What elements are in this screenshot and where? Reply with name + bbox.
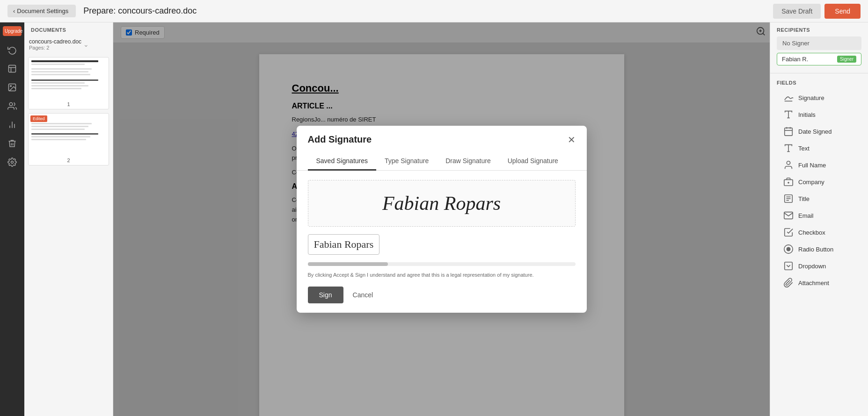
right-panel: RECIPIENTS No Signer Fabian R. Signer FI… bbox=[770, 22, 868, 416]
tab-draw-signature[interactable]: Draw Signature bbox=[437, 152, 499, 171]
modal-close-button[interactable]: ✕ bbox=[568, 135, 576, 144]
svg-point-23 bbox=[787, 161, 790, 165]
document-item[interactable]: concours-cadreo.doc Pages: 2 ⌄ bbox=[24, 36, 113, 53]
sidebar-icon-history[interactable] bbox=[4, 42, 21, 58]
sidebar-icon-chart[interactable] bbox=[4, 116, 21, 133]
modal-body: Fabian Ropars Fabian Ropars By clicking … bbox=[297, 171, 587, 312]
svg-rect-17 bbox=[785, 128, 793, 136]
field-checkbox[interactable]: Checkbox bbox=[777, 224, 861, 241]
fields-title: FIELDS bbox=[777, 80, 861, 86]
documents-header: Documents bbox=[24, 22, 113, 36]
topbar: ‹ Document Settings Prepare: concours-ca… bbox=[0, 0, 868, 22]
field-company[interactable]: Company bbox=[777, 173, 861, 190]
document-area: Required Concou... ARTICLE ... RegionsJo… bbox=[113, 22, 770, 416]
field-radio-button-label: Radio Button bbox=[798, 246, 833, 253]
field-email-label: Email bbox=[798, 212, 814, 219]
topbar-actions: Save Draft Send bbox=[773, 4, 861, 19]
dropdown-icon bbox=[783, 261, 794, 271]
doc-thumbnails: 1 Edited 2 bbox=[24, 53, 113, 173]
page-title: Prepare: concours-cadreo.doc bbox=[83, 6, 773, 16]
sidebar-icon-trash[interactable] bbox=[4, 135, 21, 152]
main-layout: Upgrade Documents bbox=[0, 22, 868, 416]
field-signature-label: Signature bbox=[798, 94, 824, 101]
recipient-fabian[interactable]: Fabian R. Signer bbox=[777, 53, 861, 65]
recipients-title: RECIPIENTS bbox=[777, 27, 861, 33]
field-attachment-label: Attachment bbox=[798, 280, 829, 287]
radio-button-icon bbox=[783, 244, 794, 254]
page1-label: 1 bbox=[67, 101, 70, 107]
doc-pages: Pages: 2 bbox=[29, 45, 81, 50]
divider bbox=[770, 73, 868, 73]
no-signer-button[interactable]: No Signer bbox=[777, 36, 861, 50]
field-company-label: Company bbox=[798, 179, 824, 186]
back-label: Document Settings bbox=[17, 7, 68, 14]
sidebar-icon-images[interactable] bbox=[4, 79, 21, 96]
company-icon bbox=[783, 177, 794, 187]
cancel-button[interactable]: Cancel bbox=[348, 287, 378, 303]
svg-point-9 bbox=[11, 161, 14, 164]
modal-actions: Sign Cancel bbox=[308, 287, 576, 303]
saved-signature-item[interactable]: Fabian Ropars bbox=[308, 234, 380, 255]
doc-thumb-page2[interactable]: Edited 2 bbox=[28, 113, 109, 165]
date-signed-icon bbox=[783, 126, 794, 136]
field-dropdown[interactable]: Dropdown bbox=[777, 258, 861, 274]
modal-overlay: Add Signature ✕ Saved Signatures Type Si… bbox=[113, 22, 770, 416]
checkbox-icon bbox=[783, 227, 794, 237]
page2-label: 2 bbox=[67, 158, 70, 163]
field-initials[interactable]: Initials bbox=[777, 106, 861, 123]
back-button[interactable]: ‹ Document Settings bbox=[7, 5, 76, 17]
sidebar-icon-settings[interactable] bbox=[4, 154, 21, 171]
signature-preview-text: Fabian Ropars bbox=[382, 192, 501, 215]
field-title-label: Title bbox=[798, 195, 810, 202]
field-dropdown-label: Dropdown bbox=[798, 263, 826, 270]
sign-button[interactable]: Sign bbox=[308, 287, 343, 303]
initials-icon bbox=[783, 109, 794, 120]
doc-name: concours-cadreo.doc bbox=[29, 38, 81, 45]
send-button[interactable]: Send bbox=[824, 4, 861, 19]
field-full-name-label: Full Name bbox=[798, 162, 826, 169]
icon-sidebar: Upgrade bbox=[0, 22, 24, 416]
tab-saved-signatures[interactable]: Saved Signatures bbox=[308, 152, 377, 171]
signer-badge: Signer bbox=[837, 56, 856, 63]
svg-rect-0 bbox=[9, 65, 16, 72]
fields-section: FIELDS Signature Initials bbox=[770, 75, 868, 294]
field-title[interactable]: Title bbox=[777, 190, 861, 207]
doc-thumb-page1[interactable]: 1 bbox=[28, 57, 109, 109]
chevron-down-icon: ⌄ bbox=[83, 41, 89, 48]
save-draft-button[interactable]: Save Draft bbox=[773, 4, 821, 19]
field-text-label: Text bbox=[798, 145, 810, 152]
field-signature[interactable]: Signature bbox=[777, 89, 861, 106]
signature-icon bbox=[783, 93, 794, 103]
field-initials-label: Initials bbox=[798, 111, 816, 118]
sidebar-icon-people[interactable] bbox=[4, 98, 21, 115]
svg-point-32 bbox=[787, 247, 790, 251]
title-icon bbox=[783, 194, 794, 204]
signature-preview: Fabian Ropars bbox=[308, 180, 576, 227]
sidebar-icon-templates[interactable] bbox=[4, 60, 21, 77]
recipient-name: Fabian R. bbox=[782, 56, 837, 63]
add-signature-modal: Add Signature ✕ Saved Signatures Type Si… bbox=[297, 126, 587, 312]
legal-text: By clicking Accept & Sign I understand a… bbox=[308, 272, 576, 279]
upgrade-button[interactable]: Upgrade bbox=[3, 26, 22, 36]
saved-sig-text: Fabian Ropars bbox=[314, 238, 374, 250]
modal-header: Add Signature ✕ bbox=[297, 126, 587, 145]
field-radio-button[interactable]: Radio Button bbox=[777, 241, 861, 258]
field-date-signed[interactable]: Date Signed bbox=[777, 123, 861, 140]
text-icon bbox=[783, 143, 794, 153]
modal-tabs: Saved Signatures Type Signature Draw Sig… bbox=[297, 152, 587, 171]
svg-point-5 bbox=[9, 103, 13, 106]
tab-upload-signature[interactable]: Upload Signature bbox=[499, 152, 567, 171]
field-text[interactable]: Text bbox=[777, 140, 861, 157]
field-attachment[interactable]: Attachment bbox=[777, 274, 861, 291]
scrollbar-track[interactable] bbox=[308, 262, 576, 266]
attachment-icon bbox=[783, 278, 794, 288]
svg-point-4 bbox=[10, 86, 11, 87]
field-date-signed-label: Date Signed bbox=[798, 128, 832, 135]
modal-title: Add Signature bbox=[308, 134, 372, 145]
scrollbar-thumb[interactable] bbox=[308, 262, 388, 266]
field-full-name[interactable]: Full Name bbox=[777, 157, 861, 173]
field-checkbox-label: Checkbox bbox=[798, 229, 825, 236]
field-email[interactable]: Email bbox=[777, 207, 861, 224]
svg-rect-33 bbox=[785, 262, 793, 270]
tab-type-signature[interactable]: Type Signature bbox=[376, 152, 437, 171]
